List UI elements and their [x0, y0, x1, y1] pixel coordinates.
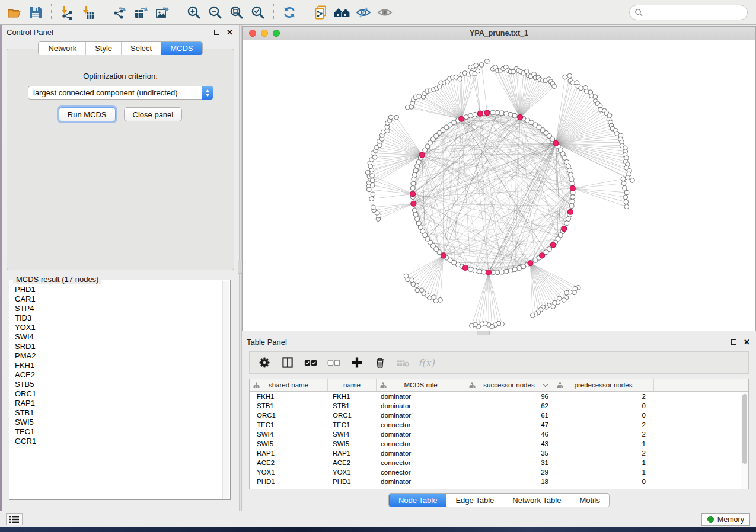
mcds-result-item[interactable]: CAR1	[15, 294, 230, 304]
control-panel-tab[interactable]: Select	[121, 42, 161, 55]
column-label: MCDS role	[404, 382, 437, 389]
close-panel-icon[interactable]: ✕	[744, 339, 750, 345]
table-row[interactable]: SWI4 SWI4 dominator 46 2	[250, 430, 748, 439]
table-row[interactable]: STB1 STB1 dominator 62 0	[250, 401, 748, 411]
cell-shared-name: ACE2	[250, 458, 328, 467]
cell-shared-name: STB1	[250, 401, 328, 411]
close-panel-button[interactable]: Close panel	[124, 107, 183, 121]
export-image-icon[interactable]	[152, 2, 173, 23]
export-network-icon[interactable]	[109, 2, 130, 23]
mcds-result-item[interactable]: TID3	[15, 313, 230, 323]
cell-mcds-role: connector	[377, 439, 465, 448]
cell-mcds-role: dominator	[377, 477, 465, 486]
sort-descending-icon[interactable]	[543, 382, 548, 387]
toolbar-separator	[51, 4, 52, 21]
deselect-all-icon[interactable]	[325, 354, 343, 371]
network-window-titlebar[interactable]: YPA_prune.txt_1	[243, 27, 755, 40]
cell-shared-name: FKH1	[250, 392, 328, 401]
criterion-dropdown[interactable]: largest connected component (undirected)	[28, 86, 213, 100]
cell-shared-name: PHD1	[250, 477, 328, 486]
float-panel-icon[interactable]	[731, 339, 736, 345]
table-row[interactable]: YOX1 YOX1 connector 29 1	[250, 467, 748, 477]
mcds-result-list[interactable]: PHD1 CAR1 STP4 TID3 YOX1 SWI4 SRD1 PMA2 …	[9, 280, 230, 446]
split-panel-icon[interactable]	[279, 354, 296, 371]
zoom-in-icon[interactable]	[183, 2, 205, 23]
mcds-list-scrollbar[interactable]	[222, 281, 229, 499]
home-icon[interactable]	[331, 2, 353, 23]
select-all-check-icon[interactable]	[302, 354, 320, 371]
search-input[interactable]	[643, 8, 742, 17]
column-header-predecessor-nodes[interactable]: predecessor nodes	[553, 379, 654, 391]
import-network-icon[interactable]	[56, 2, 78, 23]
table-panel: Table Panel ✕	[242, 335, 756, 511]
mcds-result-item[interactable]: SRD1	[15, 342, 230, 351]
network-canvas[interactable]	[243, 40, 755, 331]
task-history-button[interactable]	[6, 513, 23, 525]
table-tab[interactable]: Edge Table	[446, 494, 503, 507]
hide-graphics-details-icon[interactable]	[353, 2, 374, 23]
import-table-icon[interactable]	[78, 2, 99, 23]
close-panel-icon[interactable]: ✕	[227, 30, 233, 35]
open-folder-icon[interactable]	[4, 2, 25, 23]
mcds-result-item[interactable]: RAP1	[15, 399, 230, 408]
table-body: FKH1 FKH1 dominator 96 2 STB1 STB1 domin…	[250, 392, 748, 486]
memory-button[interactable]: Memory	[701, 513, 750, 526]
table-row[interactable]: SWI5 SWI5 connector 43 1	[250, 439, 748, 448]
zoom-selected-icon[interactable]	[247, 2, 269, 23]
shared-column-icon	[557, 382, 563, 389]
delete-column-icon[interactable]	[371, 354, 389, 371]
export-table-icon[interactable]	[130, 2, 152, 23]
mcds-result-item[interactable]: STB5	[15, 380, 230, 389]
mcds-result-item[interactable]: SWI5	[15, 418, 230, 427]
toolbar-separator	[305, 4, 305, 21]
run-mcds-button[interactable]: Run MCDS	[59, 107, 116, 121]
control-panel-tab[interactable]: Style	[85, 42, 121, 55]
refresh-icon[interactable]	[279, 2, 300, 23]
column-header-name[interactable]: name	[328, 379, 377, 391]
float-panel-icon[interactable]	[214, 30, 219, 35]
mcds-result-item[interactable]: STP4	[15, 304, 230, 313]
mcds-result-item[interactable]: ACE2	[15, 370, 230, 380]
mcds-result-item[interactable]: YOX1	[15, 323, 230, 332]
column-header-shared-name[interactable]: shared name	[250, 379, 328, 391]
table-row[interactable]: ACE2 ACE2 connector 31 1	[250, 458, 748, 467]
search-field[interactable]	[629, 5, 748, 20]
mcds-result-item[interactable]: TEC1	[15, 427, 230, 437]
cell-name: PHD1	[328, 477, 377, 486]
control-panel-tab[interactable]: MCDS	[161, 42, 202, 55]
cell-successor-nodes: 18	[465, 477, 553, 486]
cell-name: ORC1	[328, 411, 377, 420]
column-header-successor-nodes[interactable]: successor nodes	[465, 379, 553, 391]
table-row[interactable]: PHD1 PHD1 dominator 18 0	[250, 477, 748, 486]
mcds-result-item[interactable]: STB1	[15, 408, 230, 418]
table-panel-header: Table Panel ✕	[242, 335, 756, 349]
zoom-fit-icon[interactable]	[226, 2, 247, 23]
mcds-result-item[interactable]: PHD1	[15, 285, 230, 294]
table-row[interactable]: TEC1 TEC1 connector 47 2	[250, 420, 748, 430]
cell-predecessor-nodes: 1	[553, 458, 654, 467]
table-tab[interactable]: Motifs	[570, 494, 609, 507]
mcds-result-item[interactable]: FKH1	[15, 361, 230, 370]
table-tab[interactable]: Network Table	[503, 494, 570, 507]
control-panel-tab[interactable]: Network	[39, 42, 85, 55]
right-pane: YPA_prune.txt_1 Table Panel ✕	[242, 25, 756, 511]
mcds-result-item[interactable]: SWI4	[15, 332, 230, 342]
cell-successor-nodes: 96	[465, 392, 553, 401]
mcds-result-item[interactable]: ORC1	[15, 389, 230, 399]
add-column-icon[interactable]	[348, 354, 366, 371]
show-graphics-details-icon[interactable]	[374, 2, 395, 23]
table-row[interactable]: FKH1 FKH1 dominator 96 2	[250, 392, 748, 401]
table-settings-icon[interactable]	[256, 354, 273, 371]
mcds-result-item[interactable]: GCR1	[15, 437, 230, 446]
table-row[interactable]: RAP1 RAP1 dominator 35 2	[250, 448, 748, 458]
table-scrollbar[interactable]	[741, 392, 748, 489]
dropdown-stepper-icon[interactable]	[202, 86, 213, 100]
table-row[interactable]: ORC1 ORC1 dominator 61 0	[250, 411, 748, 420]
save-session-icon[interactable]	[25, 2, 46, 23]
zoom-out-icon[interactable]	[205, 2, 226, 23]
mcds-result-item[interactable]: PMA2	[15, 351, 230, 361]
table-scrollbar-thumb[interactable]	[742, 394, 747, 464]
column-header-mcds-role[interactable]: MCDS role	[377, 379, 465, 391]
table-tab[interactable]: Node Table	[389, 494, 446, 507]
network-from-document-icon[interactable]	[310, 2, 331, 23]
